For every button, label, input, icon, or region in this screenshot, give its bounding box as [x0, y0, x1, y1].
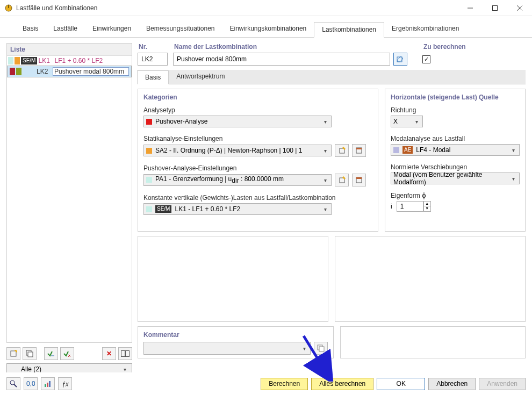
eigen-input[interactable]: 1: [397, 201, 423, 212]
kommentar-select[interactable]: ▾: [143, 342, 311, 355]
app-icon: [4, 4, 13, 12]
modal-select[interactable]: AE LF4 - Modal ▾: [391, 144, 520, 156]
svg-rect-3: [493, 5, 498, 10]
delete-button[interactable]: ✕: [102, 347, 116, 360]
lilac-square-icon: [393, 147, 399, 153]
cyan-square-icon: [146, 177, 152, 183]
name-field[interactable]: Pushover modal 800mm: [173, 53, 390, 66]
norm-select[interactable]: Modal (vom Benutzer gewählte Modalform) …: [391, 173, 520, 184]
kommentar-label: Kommentar: [143, 331, 328, 339]
subtab-basis[interactable]: Basis: [137, 70, 169, 84]
layout-button[interactable]: [118, 347, 132, 360]
units-button[interactable]: 0,00: [24, 377, 38, 390]
richtung-select[interactable]: X ▾: [391, 116, 423, 127]
list-row[interactable]: SE/M LK1 LF1 + 0.60 * LF2: [7, 56, 132, 66]
bottom-bar: 0,00 ƒx Berechnen Alles berechnen OK Abb…: [0, 372, 532, 395]
svg-rect-23: [45, 384, 46, 387]
color-swatch: [16, 68, 21, 75]
berechnen-button[interactable]: Berechnen: [261, 378, 308, 390]
tab-ergebniskomb[interactable]: Ergebniskombinationen: [384, 21, 466, 37]
blank-kom-right: [340, 326, 526, 358]
svg-rect-19: [319, 347, 324, 351]
new-push-button[interactable]: [335, 174, 349, 186]
kategorien-panel: Kategorien Analysetyp Pushover-Analyse ▾…: [138, 89, 378, 232]
analysetyp-select[interactable]: Pushover-Analyse ▾: [143, 116, 332, 127]
chevron-down-icon: ▾: [322, 119, 329, 125]
close-button[interactable]: [507, 0, 532, 16]
spin-up-button[interactable]: ▲: [423, 201, 431, 206]
svg-rect-14: [356, 148, 362, 149]
chevron-down-icon: ▾: [322, 206, 329, 212]
chevron-down-icon: ▾: [322, 148, 329, 154]
list-box[interactable]: SE/M LK1 LF1 + 0.60 * LF2 LK2 Pushover m…: [7, 56, 132, 337]
row-tag: SE/M: [21, 57, 37, 64]
orange-square-icon: [146, 148, 152, 154]
new-statik-button[interactable]: [335, 144, 349, 157]
horizontal-title: Horizontale (steigende Last) Quelle: [391, 94, 520, 101]
konst-select[interactable]: SE/M LK1 - LF1 + 0.60 * LF2 ▾: [143, 203, 332, 215]
new-button[interactable]: [6, 347, 20, 360]
edit-push-button[interactable]: [352, 174, 366, 186]
tab-einwirkungen[interactable]: Einwirkungen: [85, 21, 139, 37]
calc-checkbox[interactable]: ✓: [422, 55, 430, 63]
svg-rect-10: [126, 351, 130, 357]
blank-right-panel: [335, 236, 526, 322]
tab-basis[interactable]: Basis: [15, 21, 46, 37]
svg-rect-24: [47, 383, 48, 387]
kommentar-panel: Kommentar ▾: [138, 326, 334, 358]
spin-down-button[interactable]: ▼: [423, 206, 431, 212]
richtung-label: Richtung: [391, 106, 520, 114]
chart-button[interactable]: [41, 377, 55, 390]
svg-rect-1: [8, 5, 9, 8]
color-swatch: [8, 57, 13, 64]
row-text: Pushover modal 800mm: [53, 67, 129, 76]
alles-berechnen-button[interactable]: Alles berechnen: [311, 378, 373, 390]
tab-lastfaelle[interactable]: Lastfälle: [46, 21, 85, 37]
modal-tag: AE: [402, 146, 413, 154]
nr-field[interactable]: LK2: [138, 53, 168, 66]
eigen-label: Eigenform ϕ: [391, 192, 520, 199]
svg-rect-9: [121, 351, 125, 357]
kommentar-copy-button[interactable]: [314, 342, 328, 355]
abbrechen-button[interactable]: Abbrechen: [428, 378, 476, 390]
minimize-button[interactable]: [458, 0, 483, 16]
list-header: Liste: [7, 44, 132, 56]
blank-left-panel: [138, 236, 328, 322]
analysetyp-label: Analysetyp: [143, 106, 372, 114]
push-select[interactable]: PA1 - Grenzverformung | udir : 800.0000 …: [143, 174, 332, 186]
push-label: Pushover-Analyse-Einstellungen: [143, 164, 372, 172]
tab-bemessung[interactable]: Bemessungssituationen: [139, 21, 222, 37]
copy-button[interactable]: [23, 347, 37, 360]
tab-einwirkungskomb[interactable]: Einwirkungskombinationen: [222, 21, 314, 37]
ok-button[interactable]: OK: [377, 378, 425, 390]
chevron-down-icon: ▾: [121, 367, 128, 372]
edit-name-button[interactable]: [393, 53, 407, 66]
chevron-down-icon: ▾: [322, 177, 329, 183]
window-title: Lastfälle und Kombinationen: [16, 4, 458, 12]
svg-point-20: [10, 380, 15, 385]
edit-statik-button[interactable]: [352, 144, 366, 157]
chevron-down-icon: ▾: [510, 176, 517, 182]
check-select-button[interactable]: [44, 347, 58, 360]
konst-tag: SE/M: [155, 205, 171, 213]
subtab-antwort[interactable]: Antwortspektrum: [169, 70, 232, 84]
maximize-button[interactable]: [483, 0, 507, 16]
anwenden-button[interactable]: Anwenden: [479, 378, 526, 390]
row-text: LF1 + 0.60 * LF2: [54, 57, 131, 64]
statik-label: Statikanalyse-Einstellungen: [143, 135, 372, 142]
check-clear-button[interactable]: [60, 347, 74, 360]
function-button[interactable]: ƒx: [58, 377, 72, 390]
norm-label: Normierte Verschiebungen: [391, 163, 520, 171]
cyan-square-icon: [146, 206, 152, 212]
konst-label: Konstante vertikale (Gewichts-)Lasten au…: [143, 194, 372, 202]
titlebar: Lastfälle und Kombinationen: [0, 0, 532, 16]
chevron-down-icon: ▾: [510, 147, 517, 153]
row-lk: LK1: [38, 57, 53, 64]
svg-text:ƒx: ƒx: [62, 380, 69, 387]
statik-select[interactable]: SA2 - II. Ordnung (P-Δ) | Newton-Raphson…: [143, 145, 332, 156]
kategorien-title: Kategorien: [143, 94, 372, 101]
search-button[interactable]: [6, 377, 20, 390]
nr-label: Nr.: [138, 43, 168, 53]
tab-lastkombinationen[interactable]: Lastkombinationen: [314, 22, 384, 38]
list-row[interactable]: LK2 Pushover modal 800mm: [7, 66, 132, 77]
